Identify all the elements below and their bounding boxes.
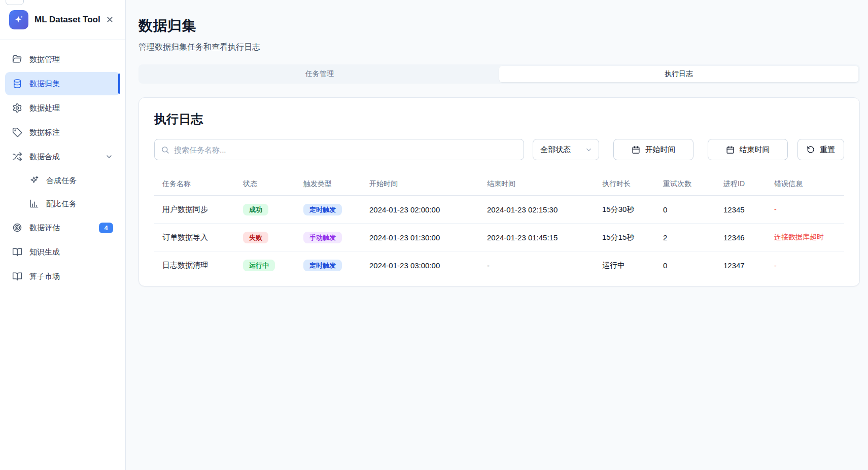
sidebar-item-label: 知识生成 xyxy=(29,247,60,257)
sidebar-item-data-collection[interactable]: 数据归集 xyxy=(5,72,120,95)
calendar-icon xyxy=(632,146,640,154)
sidebar-item-label: 数据归集 xyxy=(29,79,60,89)
sidebar-item-label: 配比任务 xyxy=(46,199,77,209)
cell-start-time: 2024-01-23 03:00:00 xyxy=(361,261,479,270)
cell-retries: 0 xyxy=(655,261,715,270)
cell-duration: 15分30秒 xyxy=(594,205,655,214)
sidebar-item-knowledge-generation[interactable]: 知识生成 xyxy=(5,240,120,264)
cell-end-time: 2024-01-23 01:45:15 xyxy=(479,233,594,242)
tab-task-management[interactable]: 任务管理 xyxy=(140,66,499,82)
sidebar-item-synthesis-tasks[interactable]: 合成任务 xyxy=(5,169,120,192)
reset-label: 重置 xyxy=(820,145,835,155)
sidebar-header: ML Dataset Tool xyxy=(0,0,125,40)
page-title: 数据归集 xyxy=(138,16,860,35)
folder-icon xyxy=(12,54,22,64)
page-subtitle: 管理数据归集任务和查看执行日志 xyxy=(138,42,860,53)
col-header-end-time: 结束时间 xyxy=(479,179,594,189)
book-open-icon xyxy=(12,271,22,281)
book-open-icon xyxy=(12,247,22,257)
evaluation-count-badge: 4 xyxy=(99,223,113,233)
search-box[interactable] xyxy=(154,139,524,160)
end-time-label: 结束时间 xyxy=(740,145,770,155)
sidebar-item-label: 数据评估 xyxy=(29,223,60,233)
sidebar-item-label: 数据标注 xyxy=(29,128,60,137)
sidebar-item-data-labeling[interactable]: 数据标注 xyxy=(5,121,120,144)
close-sidebar-icon[interactable] xyxy=(103,13,116,26)
table-row[interactable]: 日志数据清理 运行中 定时触发 2024-01-23 03:00:00 - 运行… xyxy=(154,251,844,279)
tag-icon xyxy=(12,127,22,137)
status-filter-select[interactable]: 全部状态 xyxy=(533,139,599,160)
gear-icon xyxy=(12,103,22,113)
col-header-trigger-type: 触发类型 xyxy=(295,179,361,189)
cell-end-time: - xyxy=(479,261,594,270)
end-time-button[interactable]: 结束时间 xyxy=(708,139,788,160)
cell-start-time: 2024-01-23 01:30:00 xyxy=(361,233,479,242)
bar-chart-icon xyxy=(29,199,40,209)
trigger-badge: 手动触发 xyxy=(303,232,342,243)
chevron-down-icon xyxy=(585,146,593,154)
sidebar-item-data-processing[interactable]: 数据处理 xyxy=(5,96,120,120)
table-row[interactable]: 用户数据同步 成功 定时触发 2024-01-23 02:00:00 2024-… xyxy=(154,196,844,224)
col-header-duration: 执行时长 xyxy=(594,179,655,189)
cell-error: 连接数据库超时 xyxy=(766,233,844,242)
tab-execution-logs[interactable]: 执行日志 xyxy=(499,66,858,82)
sidebar-item-data-management[interactable]: 数据管理 xyxy=(5,48,120,71)
status-badge: 运行中 xyxy=(243,260,275,271)
sidebar-item-label: 数据管理 xyxy=(29,55,60,64)
app-logo-icon xyxy=(9,10,28,29)
cell-start-time: 2024-01-23 02:00:00 xyxy=(361,205,479,214)
sparkles-icon xyxy=(29,175,40,186)
target-icon xyxy=(12,223,22,233)
start-time-button[interactable]: 开始时间 xyxy=(613,139,693,160)
sidebar-item-operator-market[interactable]: 算子市场 xyxy=(5,265,120,288)
col-header-start-time: 开始时间 xyxy=(361,179,479,189)
table-header-row: 任务名称 状态 触发类型 开始时间 结束时间 执行时长 重试次数 进程ID 错误… xyxy=(154,172,844,196)
sidebar-item-label: 数据合成 xyxy=(29,152,60,162)
reset-button[interactable]: 重置 xyxy=(797,139,844,160)
collapsed-top-button[interactable] xyxy=(6,0,24,5)
sidebar: ML Dataset Tool 数据管理 xyxy=(0,0,126,470)
cell-error: - xyxy=(766,205,844,213)
cell-end-time: 2024-01-23 02:15:30 xyxy=(479,205,594,214)
app-title: ML Dataset Tool xyxy=(34,15,103,25)
col-header-status: 状态 xyxy=(235,179,295,189)
col-header-task-name: 任务名称 xyxy=(154,179,235,189)
status-badge: 失败 xyxy=(243,232,268,243)
cell-task-name: 用户数据同步 xyxy=(154,205,235,214)
cell-task-name: 日志数据清理 xyxy=(154,261,235,270)
shuffle-icon xyxy=(12,152,22,162)
sidebar-item-label: 合成任务 xyxy=(46,176,77,186)
col-header-pid: 进程ID xyxy=(715,179,766,189)
sidebar-item-label: 数据处理 xyxy=(29,103,60,113)
database-icon xyxy=(12,79,22,89)
search-input[interactable] xyxy=(174,146,517,154)
logs-table: 任务名称 状态 触发类型 开始时间 结束时间 执行时长 重试次数 进程ID 错误… xyxy=(154,172,844,279)
filter-toolbar: 全部状态 开始时间 xyxy=(154,139,844,160)
cell-task-name: 订单数据导入 xyxy=(154,233,235,242)
sidebar-item-data-evaluation[interactable]: 数据评估 4 xyxy=(5,216,120,239)
sidebar-item-label: 算子市场 xyxy=(29,272,60,281)
status-filter-value: 全部状态 xyxy=(540,145,571,155)
cell-pid: 12346 xyxy=(715,233,766,242)
status-badge: 成功 xyxy=(243,204,268,215)
reset-icon xyxy=(807,146,815,154)
trigger-badge: 定时触发 xyxy=(303,204,342,215)
sidebar-item-ratio-tasks[interactable]: 配比任务 xyxy=(5,193,120,215)
cell-duration: 15分15秒 xyxy=(594,233,655,242)
col-header-retries: 重试次数 xyxy=(655,179,715,189)
main-content: 数据归集 管理数据归集任务和查看执行日志 任务管理 执行日志 执行日志 全部状态 xyxy=(126,0,868,470)
start-time-label: 开始时间 xyxy=(645,145,676,155)
execution-logs-panel: 执行日志 全部状态 xyxy=(138,97,860,286)
sidebar-nav: 数据管理 数据归集 数据处理 xyxy=(0,40,125,297)
col-header-error: 错误信息 xyxy=(766,179,844,189)
cell-pid: 12345 xyxy=(715,205,766,214)
calendar-icon xyxy=(726,146,735,154)
sidebar-item-data-synthesis[interactable]: 数据合成 xyxy=(5,145,120,168)
cell-error: - xyxy=(766,262,844,270)
cell-retries: 0 xyxy=(655,205,715,214)
table-row[interactable]: 订单数据导入 失败 手动触发 2024-01-23 01:30:00 2024-… xyxy=(154,224,844,251)
chevron-down-icon xyxy=(105,153,113,161)
cell-duration: 运行中 xyxy=(594,261,655,270)
panel-title: 执行日志 xyxy=(154,111,844,127)
search-icon xyxy=(161,146,169,154)
